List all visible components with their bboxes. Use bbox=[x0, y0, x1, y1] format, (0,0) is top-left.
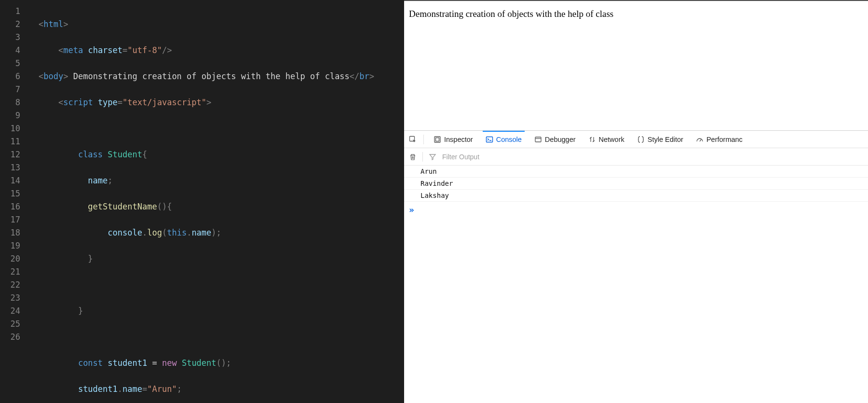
tab-inspector[interactable]: Inspector bbox=[431, 131, 476, 148]
tok: meta bbox=[63, 45, 83, 55]
line-number: 4 bbox=[0, 44, 20, 57]
line-number: 5 bbox=[0, 57, 20, 70]
tok: () bbox=[157, 202, 167, 211]
filter-icon bbox=[429, 153, 436, 161]
devtools-panel: Inspector Console Debugger Network Style… bbox=[404, 130, 868, 403]
tab-label: Debugger bbox=[545, 136, 576, 143]
svg-rect-2 bbox=[436, 138, 439, 141]
line-number: 16 bbox=[0, 200, 20, 213]
line-number: 3 bbox=[0, 31, 20, 44]
line-number: 7 bbox=[0, 83, 20, 96]
rendered-page: Demonstrating creation of objects with t… bbox=[404, 1, 868, 130]
tok: getStudentName bbox=[88, 202, 157, 211]
line-number: 10 bbox=[0, 122, 20, 135]
line-number: 6 bbox=[0, 70, 20, 83]
tok: < bbox=[58, 97, 63, 107]
tok: > bbox=[63, 71, 68, 81]
tok: = bbox=[118, 97, 122, 107]
tok: } bbox=[88, 254, 93, 264]
tab-style-editor[interactable]: Style Editor bbox=[634, 131, 686, 148]
page-text: Demonstrating creation of objects with t… bbox=[409, 9, 613, 19]
tok: type bbox=[98, 97, 118, 107]
tok: > bbox=[369, 71, 374, 81]
tok: . bbox=[118, 384, 122, 394]
line-number: 14 bbox=[0, 174, 20, 187]
tok: student1 bbox=[78, 384, 118, 394]
code-editor[interactable]: 1 2 3 4 5 6 7 8 9 10 11 12 13 14 15 16 1… bbox=[0, 0, 404, 403]
line-number: 26 bbox=[0, 331, 20, 344]
console-row: Arun bbox=[404, 166, 868, 178]
tok: body bbox=[43, 71, 63, 81]
tok: < bbox=[58, 45, 63, 55]
style-editor-icon bbox=[637, 136, 645, 143]
line-number-gutter: 1 2 3 4 5 6 7 8 9 10 11 12 13 14 15 16 1… bbox=[0, 0, 29, 403]
tok: } bbox=[78, 306, 83, 316]
tok: script bbox=[63, 97, 93, 107]
tok: </ bbox=[350, 71, 359, 81]
tok: < bbox=[39, 71, 43, 81]
element-picker-icon[interactable] bbox=[409, 136, 417, 143]
line-number: 11 bbox=[0, 135, 20, 148]
svg-rect-3 bbox=[486, 137, 492, 142]
tab-performance[interactable]: Performanc bbox=[693, 131, 746, 148]
line-number: 1 bbox=[0, 5, 20, 18]
tab-label: Inspector bbox=[444, 136, 473, 143]
tab-debugger[interactable]: Debugger bbox=[531, 131, 579, 148]
devtools-tabs: Inspector Console Debugger Network Style… bbox=[404, 131, 868, 148]
tok: ; bbox=[217, 228, 221, 237]
tab-label: Network bbox=[599, 136, 624, 143]
tab-label: Performanc bbox=[706, 136, 743, 143]
console-icon bbox=[486, 136, 493, 143]
tok: "utf-8" bbox=[127, 45, 162, 55]
line-number: 17 bbox=[0, 213, 20, 226]
console-prompt[interactable]: » bbox=[404, 202, 868, 218]
console-output: Arun Ravinder Lakshay bbox=[404, 166, 868, 202]
tok: br bbox=[359, 71, 369, 81]
tok: /> bbox=[162, 45, 172, 55]
network-icon bbox=[588, 136, 596, 143]
tok: ; bbox=[226, 358, 231, 368]
inspector-icon bbox=[434, 136, 441, 143]
tok: () bbox=[217, 358, 226, 368]
tok: { bbox=[167, 202, 172, 211]
svg-rect-4 bbox=[535, 137, 541, 142]
tok: "text/javascript" bbox=[122, 97, 206, 107]
line-number: 21 bbox=[0, 265, 20, 278]
tab-label: Console bbox=[496, 136, 522, 143]
filter-input[interactable] bbox=[442, 153, 863, 161]
debugger-icon bbox=[534, 136, 542, 143]
tab-console[interactable]: Console bbox=[483, 131, 525, 148]
line-number: 2 bbox=[0, 18, 20, 31]
tok: = bbox=[142, 384, 147, 394]
tok: class bbox=[78, 150, 103, 159]
line-number: 22 bbox=[0, 278, 20, 292]
tok: name bbox=[191, 228, 211, 237]
line-number: 15 bbox=[0, 187, 20, 200]
tab-network[interactable]: Network bbox=[585, 131, 627, 148]
tok: console bbox=[108, 228, 142, 237]
tok: charset bbox=[88, 45, 122, 55]
console-toolbar bbox=[404, 148, 868, 166]
tok: = bbox=[147, 358, 162, 368]
line-number: 8 bbox=[0, 96, 20, 109]
tok: > bbox=[63, 19, 68, 29]
tok: ; bbox=[108, 176, 112, 185]
tok: name bbox=[122, 384, 142, 394]
performance-icon bbox=[696, 136, 704, 143]
line-number: 9 bbox=[0, 109, 20, 122]
svg-rect-1 bbox=[434, 137, 440, 142]
tok: "Arun" bbox=[147, 384, 176, 394]
tok: Student bbox=[182, 358, 217, 368]
tok: name bbox=[88, 176, 108, 185]
tok: = bbox=[122, 45, 127, 55]
tok: ; bbox=[177, 384, 182, 394]
line-number: 12 bbox=[0, 148, 20, 161]
tok: this bbox=[167, 228, 187, 237]
code-area[interactable]: <html> <meta charset="utf-8"/> <body> De… bbox=[29, 0, 404, 403]
tok: ( bbox=[162, 228, 167, 237]
tok: Demonstrating creation of objects with t… bbox=[68, 71, 349, 81]
line-number: 13 bbox=[0, 161, 20, 174]
tok: > bbox=[206, 97, 211, 107]
clear-console-icon[interactable] bbox=[409, 153, 417, 161]
tok: student1 bbox=[108, 358, 147, 368]
